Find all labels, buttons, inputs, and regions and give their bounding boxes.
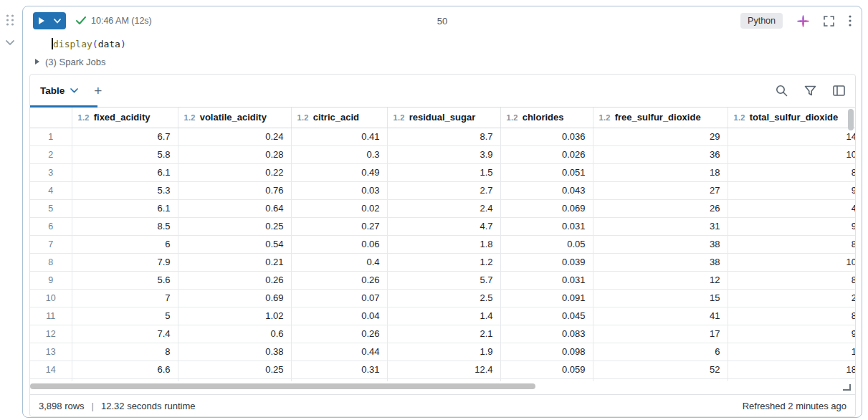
vertical-scrollbar	[848, 109, 854, 361]
table-cell: 0.083	[500, 325, 593, 343]
table-cell: 5.7	[387, 271, 500, 289]
run-cell-button[interactable]	[33, 12, 66, 29]
spark-jobs-label: (3) Spark Jobs	[45, 57, 106, 67]
table-row: 1070.690.072.50.091152	[30, 289, 855, 307]
row-number	[30, 378, 72, 381]
table-cell: 7.9	[72, 253, 178, 271]
column-header-free_sulfur_dioxide[interactable]: 1.2free_sulfur_dioxide	[593, 108, 728, 128]
run-options-chevron-icon[interactable]	[49, 12, 65, 29]
maximize-icon[interactable]	[824, 16, 834, 27]
row-number-header	[30, 108, 72, 128]
table-cell: 8	[728, 307, 855, 325]
column-header-chlorides[interactable]: 1.2chlorides	[500, 108, 593, 128]
code-token: display	[53, 39, 92, 49]
column-header-volatile_acidity[interactable]: 1.2volatile_acidity	[178, 108, 291, 128]
table-cell: 0.38	[178, 343, 291, 361]
table-cell: 2.4	[387, 199, 500, 217]
row-number: 4	[30, 181, 72, 199]
table-cell: 0.07	[291, 289, 387, 307]
table-cell: 7	[72, 289, 178, 307]
table-cell: 7.4	[72, 325, 178, 343]
table-cell: 36	[593, 145, 728, 163]
row-count: 3,898 rows	[39, 401, 85, 411]
cell-menu-kebab-icon[interactable]	[849, 15, 852, 27]
table-cell: 18	[593, 163, 728, 181]
table-cell: 0.059	[500, 361, 593, 378]
row-number: 2	[30, 145, 72, 163]
table-cell: 0.27	[291, 217, 387, 235]
table-cell: 1.5	[387, 163, 500, 181]
vertical-scrollbar-thumb[interactable]	[848, 109, 854, 130]
table-cell: 0.25	[178, 361, 291, 378]
play-icon[interactable]	[34, 12, 49, 29]
table-cell: 0.045	[500, 307, 593, 325]
numeric-type-icon: 1.2	[394, 113, 405, 122]
tab-table-label: Table	[40, 85, 65, 96]
code-text: display(data)	[53, 39, 126, 49]
table-cell	[387, 378, 500, 381]
table-cell: 26	[593, 199, 728, 217]
table-cell: 0.28	[178, 145, 291, 163]
filter-icon[interactable]	[804, 85, 816, 97]
table-cell: 9	[728, 217, 855, 235]
table-header-row: 1.2fixed_acidity1.2volatile_acidity1.2ci…	[30, 108, 855, 128]
spark-jobs-toggle[interactable]: (3) Spark Jobs	[23, 52, 862, 71]
table-cell: 0.4	[291, 253, 387, 271]
table-cell: 1.8	[387, 235, 500, 253]
row-number: 7	[30, 235, 72, 253]
table-row: 760.540.061.80.05388	[30, 235, 855, 253]
row-number: 9	[30, 271, 72, 289]
tab-table[interactable]: Table	[40, 85, 78, 96]
columns-panel-icon[interactable]	[833, 85, 845, 96]
assistant-sparkle-icon[interactable]	[797, 15, 809, 27]
numeric-type-icon: 1.2	[297, 113, 309, 122]
row-number: 11	[30, 307, 72, 325]
notebook-cell: 50 10:46 AM (12s) Python	[22, 6, 862, 418]
table-cell: 0.22	[178, 163, 291, 181]
table-cell: 6	[72, 235, 178, 253]
table-cell: 1	[728, 343, 855, 361]
table-cell	[291, 378, 387, 381]
column-header-total_sulfur_dioxide[interactable]: 1.2total_sulfur_dioxide	[728, 108, 855, 128]
table-cell: 27	[593, 181, 728, 199]
drag-grip-icon[interactable]	[6, 14, 14, 26]
table-cell	[72, 378, 178, 381]
table-cell: 38	[593, 235, 728, 253]
table-row: 1380.380.441.90.09861	[30, 343, 855, 361]
table-cell: 0.6	[178, 325, 291, 343]
horizontal-scrollbar-thumb[interactable]	[30, 383, 535, 389]
table-row: 87.90.210.41.20.0393810	[30, 253, 855, 271]
table-cell: 0.26	[291, 325, 387, 343]
cell-toolbar: 50 10:46 AM (12s) Python	[23, 6, 862, 35]
table-cell: 1.4	[387, 307, 500, 325]
column-header-residual_sugar[interactable]: 1.2residual_sugar	[387, 108, 500, 128]
table-cell: 0.44	[291, 343, 387, 361]
column-header-fixed_acidity[interactable]: 1.2fixed_acidity	[72, 108, 178, 128]
table-cell: 14	[728, 128, 855, 145]
table-cell: 1.9	[387, 343, 500, 361]
column-header-citric_acid[interactable]: 1.2citric_acid	[291, 108, 387, 128]
row-number: 1	[30, 128, 72, 145]
tab-options-chevron-icon[interactable]	[70, 88, 78, 93]
table-cell: 12.4	[387, 361, 500, 378]
table-cell: 0.031	[500, 217, 593, 235]
collapse-cell-chevron-icon[interactable]	[5, 36, 15, 49]
table-cell: 41	[593, 307, 728, 325]
refreshed-ago: Refreshed 2 minutes ago	[743, 401, 846, 411]
results-resize-handle[interactable]	[843, 384, 851, 391]
table-cell: 0.051	[500, 163, 593, 181]
table-row: 95.60.260.265.70.031128	[30, 271, 855, 289]
table-cell: 15	[593, 289, 728, 307]
table-cell: 8.7	[387, 128, 500, 145]
code-editor-line[interactable]: display(data)	[23, 35, 862, 52]
row-number: 3	[30, 163, 72, 181]
table-cell: 0.21	[178, 253, 291, 271]
row-number: 12	[30, 325, 72, 343]
table-cell: 31	[593, 217, 728, 235]
search-icon[interactable]	[776, 85, 788, 97]
table-row: 146.60.250.3112.40.0595218	[30, 361, 855, 378]
table-viewport: 1.2fixed_acidity1.2volatile_acidity1.2ci…	[30, 108, 855, 381]
language-selector[interactable]: Python	[740, 13, 783, 29]
table-cell: 0.06	[291, 235, 387, 253]
add-visualization-button[interactable]: +	[94, 84, 102, 97]
